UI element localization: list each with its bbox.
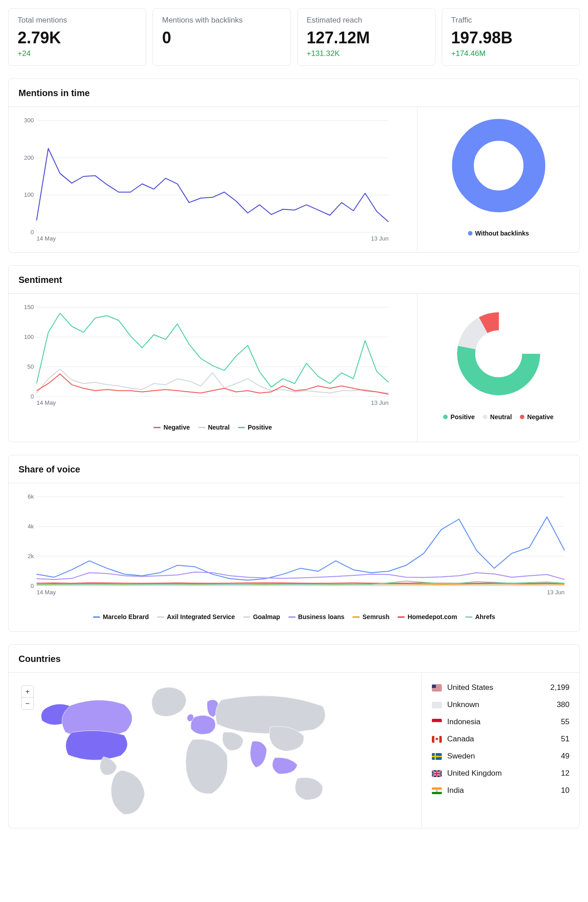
country-row[interactable]: United States2,199: [432, 679, 569, 696]
legend-line-icon: [243, 616, 250, 618]
svg-text:14 May: 14 May: [37, 399, 56, 406]
legend-line-icon: [93, 616, 100, 618]
zoom-out-button[interactable]: −: [22, 698, 33, 709]
zoom-in-button[interactable]: +: [22, 686, 33, 698]
svg-rect-56: [432, 787, 442, 790]
kpi-traffic[interactable]: Traffic 197.98B +174.46M: [442, 8, 580, 66]
svg-rect-58: [432, 792, 442, 794]
country-row[interactable]: Indonesia55: [432, 713, 569, 731]
panel-title: Mentions in time: [9, 79, 579, 107]
svg-rect-38: [432, 688, 442, 689]
country-name: India: [447, 786, 561, 795]
sentiment-donut[interactable]: [454, 309, 544, 401]
mentions-donut-area: Without backlinks: [417, 107, 579, 252]
legend-line-icon: [288, 616, 296, 618]
unknown-flag-icon: [432, 702, 442, 708]
kpi-label: Estimated reach: [307, 16, 426, 25]
legend-label: Positive: [248, 424, 272, 431]
kpi-label: Total mentions: [18, 16, 137, 25]
svg-rect-44: [432, 722, 442, 726]
kpi-row: Total mentions 2.79K +24 Mentions with b…: [8, 8, 580, 66]
kpi-value: 197.98B: [451, 28, 570, 47]
legend-line-icon: [198, 427, 205, 428]
sentiment-chart-area[interactable]: 05010015014 May13 Jun Negative Neutral P…: [9, 294, 417, 442]
svg-text:14 May: 14 May: [37, 235, 56, 242]
country-row[interactable]: Unknown380: [432, 696, 569, 713]
svg-text:200: 200: [24, 154, 34, 161]
svg-point-10: [463, 130, 534, 201]
map-area[interactable]: + −: [9, 673, 421, 828]
sov-chart-area[interactable]: 02k4k6k14 May13 Jun Marcelo EbrardAxil I…: [9, 483, 579, 631]
id-flag-icon: [432, 719, 442, 726]
legend-without-backlinks[interactable]: Without backlinks: [468, 230, 529, 237]
svg-rect-46: [432, 736, 435, 743]
country-name: United Kingdom: [447, 769, 561, 778]
svg-text:2k: 2k: [28, 553, 34, 560]
sentiment-donut-area: Positive Neutral Negative: [417, 294, 579, 442]
sov-legend: Marcelo EbrardAxil Integrated ServiceGoa…: [19, 610, 569, 627]
svg-rect-55: [432, 773, 442, 774]
country-row[interactable]: India10: [432, 782, 569, 799]
legend-positive[interactable]: Positive: [443, 413, 475, 421]
legend-label: Ahrefs: [475, 613, 495, 620]
map-zoom-controls: + −: [21, 685, 34, 710]
legend-marcelo-ebrard[interactable]: Marcelo Ebrard: [93, 613, 149, 620]
legend-negative[interactable]: Negative: [520, 413, 553, 421]
country-row[interactable]: Sweden49: [432, 748, 569, 765]
legend-business-loans[interactable]: Business loans: [288, 613, 345, 620]
country-list: United States2,199Unknown380Indonesia55C…: [421, 673, 579, 828]
legend-label: Semrush: [362, 613, 389, 620]
kpi-delta: +174.46M: [451, 49, 570, 58]
legend-line-icon: [153, 427, 161, 428]
legend-positive[interactable]: Positive: [238, 424, 272, 431]
world-map-icon[interactable]: [18, 682, 379, 817]
svg-rect-47: [440, 736, 442, 743]
se-flag-icon: [432, 753, 442, 760]
legend-neutral[interactable]: Neutral: [483, 413, 512, 421]
svg-text:13 Jun: 13 Jun: [547, 589, 565, 596]
kpi-mentions-backlinks[interactable]: Mentions with backlinks 0: [153, 8, 291, 66]
country-name: Sweden: [447, 752, 561, 761]
legend-label: Homedepot.com: [407, 613, 457, 620]
legend-semrush[interactable]: Semrush: [352, 613, 389, 620]
country-row[interactable]: Canada51: [432, 731, 569, 748]
svg-text:14 May: 14 May: [37, 589, 56, 596]
mentions-donut[interactable]: [449, 116, 548, 217]
legend-neutral[interactable]: Neutral: [198, 424, 230, 431]
us-flag-icon: [432, 685, 442, 691]
country-count: 380: [557, 700, 569, 709]
legend-label: Neutral: [490, 413, 512, 421]
legend-negative[interactable]: Negative: [153, 424, 190, 431]
country-name: Indonesia: [447, 717, 561, 726]
svg-text:100: 100: [24, 191, 34, 198]
svg-rect-40: [432, 690, 442, 690]
legend-homedepot-com[interactable]: Homedepot.com: [398, 613, 457, 620]
legend-axil-integrated-service[interactable]: Axil Integrated Service: [157, 613, 235, 620]
legend-label: Marcelo Ebrard: [103, 613, 149, 620]
kpi-total-mentions[interactable]: Total mentions 2.79K +24: [8, 8, 146, 66]
country-count: 51: [561, 735, 569, 744]
kpi-value: 0: [162, 28, 281, 47]
mentions-donut-legend: Without backlinks: [468, 226, 529, 243]
kpi-estimated-reach[interactable]: Estimated reach 127.12M +131.32K: [297, 8, 435, 66]
in-flag-icon: [432, 787, 442, 794]
panel-title: Sentiment: [9, 266, 579, 294]
country-name: United States: [447, 683, 550, 692]
legend-label: Without backlinks: [475, 230, 529, 237]
legend-dot-icon: [520, 415, 524, 419]
svg-text:50: 50: [28, 363, 34, 370]
gb-flag-icon: [432, 770, 442, 777]
legend-ahrefs[interactable]: Ahrefs: [465, 613, 495, 620]
country-row[interactable]: United Kingdom12: [432, 765, 569, 782]
kpi-label: Traffic: [451, 16, 570, 25]
legend-goalmap[interactable]: Goalmap: [243, 613, 280, 620]
svg-text:13 Jun: 13 Jun: [371, 235, 389, 242]
svg-text:100: 100: [24, 333, 34, 340]
legend-line-icon: [465, 616, 472, 618]
legend-dot-icon: [483, 415, 487, 419]
panel-share-of-voice: Share of voice 02k4k6k14 May13 Jun Marce…: [8, 455, 580, 632]
mentions-chart-area[interactable]: 010020030014 May13 Jun: [9, 107, 417, 252]
ca-flag-icon: [432, 736, 442, 743]
legend-label: Positive: [450, 413, 475, 421]
svg-text:0: 0: [31, 229, 34, 236]
